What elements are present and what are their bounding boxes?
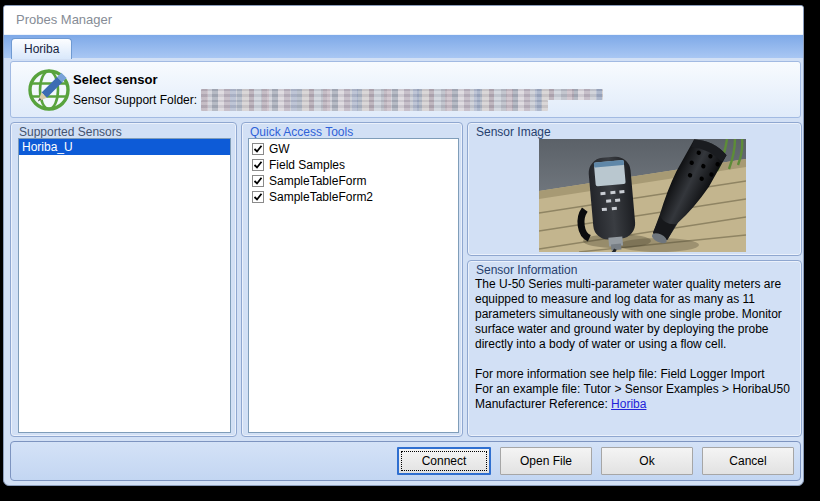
sensor-information-body: The U-50 Series multi-parameter water qu…	[475, 277, 797, 412]
checkbox-label: Field Samples	[269, 158, 345, 172]
supported-sensors-groupbox: Supported Sensors Horiba_U	[10, 122, 237, 437]
checkbox-item-sampletableform2[interactable]: SampleTableForm2	[249, 189, 458, 205]
checkbox-label: SampleTableForm	[269, 174, 366, 188]
footer-button-row: Connect Open File Ok Cancel	[397, 447, 794, 475]
checkbox-item-field-samples[interactable]: Field Samples	[249, 157, 458, 173]
header-title: Select sensor	[73, 72, 158, 87]
footer-button-panel: Connect Open File Ok Cancel	[10, 441, 801, 481]
supported-sensors-list[interactable]: Horiba_U	[18, 138, 231, 433]
manufacturer-line: Manufacturer Reference: Horiba	[475, 397, 797, 412]
list-item-label: Horiba_U	[22, 140, 73, 154]
tab-horiba[interactable]: Horiba	[11, 38, 72, 59]
checkbox-checked-icon[interactable]	[252, 175, 264, 187]
sensor-image-title: Sensor Image	[474, 125, 553, 139]
sensor-photo	[539, 139, 746, 252]
manufacturer-link[interactable]: Horiba	[611, 397, 646, 411]
title-bar[interactable]: Probes Manager	[4, 6, 803, 34]
sensor-image-groupbox: Sensor Image	[467, 122, 802, 256]
ok-button[interactable]: Ok	[601, 447, 693, 475]
checkbox-item-sampletableform[interactable]: SampleTableForm	[249, 173, 458, 189]
sensor-information-groupbox: Sensor Information The U-50 Series multi…	[467, 260, 802, 437]
checkbox-label: GW	[269, 142, 290, 156]
supported-sensors-title: Supported Sensors	[17, 125, 124, 139]
help-file-line: For more information see help file: Fiel…	[475, 367, 797, 382]
quick-access-tools-title: Quick Access Tools	[248, 125, 355, 139]
select-sensor-header-panel: Select sensor Sensor Support Folder:	[10, 61, 801, 118]
connect-button[interactable]: Connect	[397, 447, 491, 475]
quick-access-tools-list[interactable]: GW Field Samples SampleTableForm	[248, 138, 459, 433]
example-file-line: For an example file: Tutor > Sensor Exam…	[475, 382, 797, 397]
sensor-support-folder-value-redacted	[201, 89, 603, 100]
sensor-information-title: Sensor Information	[474, 263, 579, 277]
sensor-description: The U-50 Series multi-parameter water qu…	[475, 277, 797, 352]
list-item-horiba-u[interactable]: Horiba_U	[19, 139, 230, 155]
open-file-button[interactable]: Open File	[500, 447, 592, 475]
globe-pencil-icon	[26, 67, 72, 113]
spacer	[475, 352, 797, 367]
manufacturer-label: Manufacturer Reference:	[475, 397, 611, 411]
sensor-support-folder-label: Sensor Support Folder:	[73, 93, 197, 107]
screenshot-stage: Probes Manager Horiba Select sensor	[0, 0, 820, 501]
tab-label: Horiba	[24, 42, 59, 56]
checkbox-item-gw[interactable]: GW	[249, 141, 458, 157]
cancel-button[interactable]: Cancel	[702, 447, 794, 475]
checkbox-label: SampleTableForm2	[269, 190, 373, 204]
tab-strip: Horiba	[4, 34, 803, 58]
checkbox-checked-icon[interactable]	[252, 191, 264, 203]
quick-access-tools-groupbox: Quick Access Tools GW Field Samples	[241, 122, 463, 437]
sensor-support-folder-value-redacted	[201, 100, 548, 111]
checkbox-checked-icon[interactable]	[252, 159, 264, 171]
probes-manager-window: Probes Manager Horiba Select sensor	[3, 5, 804, 486]
window-title: Probes Manager	[16, 12, 112, 27]
checkbox-checked-icon[interactable]	[252, 143, 264, 155]
